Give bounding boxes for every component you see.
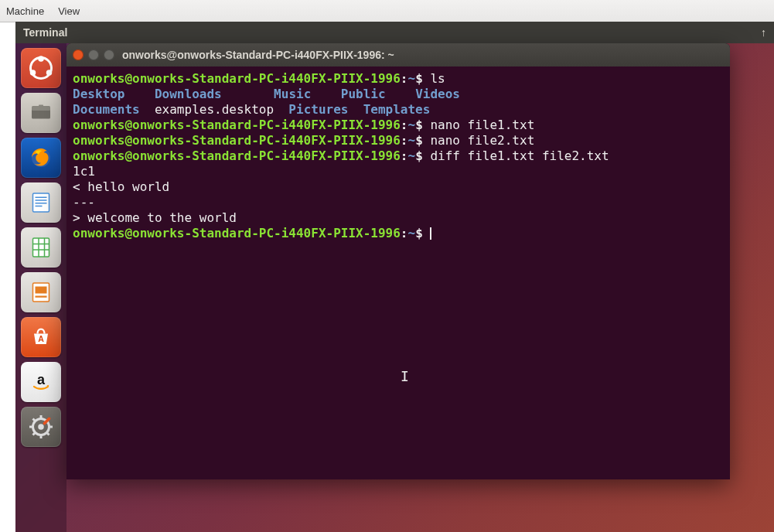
terminal-window[interactable]: onworks@onworks-Standard-PC-i440FX-PIIX-… — [66, 43, 730, 479]
software-center-icon[interactable]: A — [21, 317, 61, 357]
amazon-icon[interactable]: a — [21, 362, 61, 402]
ls-dir: Videos — [415, 87, 460, 101]
svg-point-3 — [46, 70, 53, 76]
svg-point-24 — [38, 424, 44, 430]
vm-menu-machine[interactable]: Machine — [6, 5, 44, 17]
close-icon[interactable] — [73, 49, 84, 60]
files-icon[interactable] — [21, 93, 61, 133]
diff-output-line: 1c1 — [73, 164, 95, 179]
ls-dir: Music — [274, 87, 311, 101]
ls-file: examples.desktop — [155, 102, 274, 117]
svg-rect-9 — [36, 197, 47, 199]
svg-rect-10 — [36, 200, 47, 201]
svg-line-30 — [47, 433, 49, 435]
ls-dir: Downloads — [155, 87, 222, 101]
active-window-title: Terminal — [23, 26, 67, 39]
svg-rect-19 — [36, 287, 47, 294]
terminal-output[interactable]: onworks@onworks-Standard-PC-i440FX-PIIX-… — [66, 66, 730, 479]
svg-text:a: a — [37, 372, 46, 387]
panel-indicator-icon[interactable]: ↑ — [761, 26, 766, 39]
settings-icon[interactable] — [21, 407, 61, 447]
diff-output-line: > welcome to the world — [73, 210, 237, 225]
maximize-icon[interactable] — [104, 49, 114, 60]
ls-dir: Documents — [73, 102, 140, 117]
command-text: diff file1.txt file2.txt — [430, 148, 609, 163]
impress-icon[interactable] — [21, 272, 61, 312]
prompt-path: ~ — [407, 71, 415, 86]
terminal-title-text: onworks@onworks-Standard-PC-i440FX-PIIX-… — [122, 49, 394, 61]
calc-icon[interactable] — [21, 227, 61, 268]
svg-rect-11 — [36, 203, 47, 204]
ls-dir: Templates — [363, 102, 431, 117]
svg-rect-20 — [36, 296, 47, 298]
svg-line-29 — [33, 419, 36, 421]
minimize-icon[interactable] — [88, 49, 99, 60]
svg-point-2 — [30, 70, 36, 76]
prompt-user: onworks@onworks-Standard-PC-i440FX-PIIX-… — [73, 71, 401, 86]
diff-output-line: --- — [73, 195, 95, 210]
terminal-titlebar[interactable]: onworks@onworks-Standard-PC-i440FX-PIIX-… — [66, 43, 730, 66]
writer-icon[interactable] — [21, 182, 61, 223]
vm-host-menubar[interactable]: Machine View — [0, 0, 774, 22]
command-text: ls — [430, 71, 445, 86]
svg-line-31 — [33, 433, 36, 435]
svg-text:A: A — [38, 334, 44, 343]
svg-rect-12 — [36, 206, 43, 207]
firefox-icon[interactable] — [21, 138, 61, 178]
ubuntu-desktop: Terminal ↑ A a — [15, 22, 774, 532]
text-cursor-icon — [430, 227, 431, 240]
diff-output-line: < hello world — [73, 179, 169, 194]
ubuntu-dash-icon[interactable] — [21, 48, 61, 88]
vm-menu-view[interactable]: View — [58, 5, 80, 17]
command-text: nano file2.txt — [430, 133, 534, 148]
svg-rect-13 — [33, 238, 49, 257]
svg-rect-6 — [39, 105, 43, 107]
ls-dir: Desktop — [73, 87, 124, 101]
window-controls — [73, 49, 114, 60]
unity-launcher[interactable]: A a — [15, 43, 66, 532]
ls-dir: Pictures — [288, 102, 348, 117]
unity-top-panel[interactable]: Terminal ↑ — [15, 22, 774, 43]
ls-dir: Public — [341, 87, 386, 101]
svg-point-1 — [38, 56, 44, 62]
command-text: nano file1.txt — [430, 118, 534, 132]
mouse-text-cursor-icon: I — [401, 368, 409, 384]
